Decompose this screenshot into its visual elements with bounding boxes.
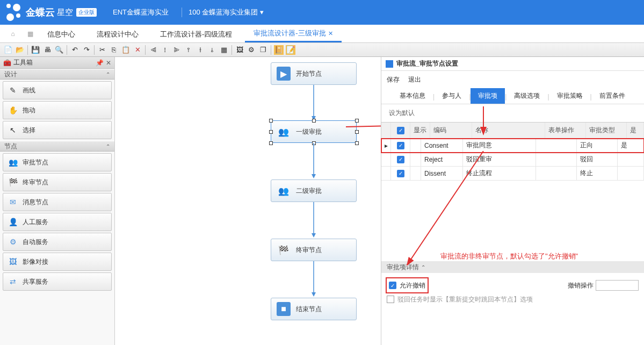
tool-label: 选择 — [23, 126, 35, 135]
settings-icon[interactable]: ⚙ — [247, 45, 256, 55]
row-checkbox[interactable]: ✓ — [391, 153, 410, 166]
align-right-icon[interactable]: ⫸ — [172, 45, 182, 55]
design-section-header[interactable]: 设计⌃ — [0, 69, 114, 80]
delete-icon[interactable]: ✕ — [133, 45, 142, 55]
edition-badge: 企业版 — [76, 8, 97, 17]
flow-node[interactable]: ■结束节点 — [271, 298, 357, 320]
align-middle-icon[interactable]: ⫲ — [196, 45, 205, 55]
row-indicator — [381, 153, 391, 166]
tool-item[interactable]: 👤人工服务 — [3, 213, 112, 231]
tool-item[interactable]: ↖选择 — [3, 121, 112, 139]
note-icon[interactable]: 📝 — [286, 45, 295, 55]
row-name: 驳回重审 — [463, 153, 536, 166]
row-checkbox[interactable]: ✓ — [391, 167, 410, 180]
table-row[interactable]: ▸✓Consent审批同意正向是 — [381, 139, 644, 153]
tool-item[interactable]: 🖼影像对接 — [3, 253, 112, 271]
print-icon[interactable]: 🖶 — [42, 45, 52, 55]
table-row[interactable]: ✓Dissent终止流程终止 — [381, 167, 644, 181]
flow-node[interactable]: ▶开始节点 — [271, 62, 357, 85]
align-bottom-icon[interactable]: ⫰ — [207, 45, 217, 55]
logo-icon — [5, 3, 21, 22]
grid-icon[interactable]: ▦ — [219, 45, 229, 55]
table-row[interactable]: ✓Reject驳回重审驳回 — [381, 153, 644, 167]
flow-node-icon: 👥 — [277, 125, 291, 139]
image-icon[interactable]: 🖼 — [235, 45, 244, 55]
main-tab[interactable]: 流程设计中心 — [88, 26, 147, 42]
row-last — [618, 167, 644, 180]
tool-item[interactable]: 👥审批节点 — [3, 153, 112, 171]
revoke-op-input[interactable] — [596, 280, 639, 291]
save-button[interactable]: 保存 — [387, 75, 400, 84]
approval-table: ✓ 显示 编码 名称 表单操作 审批类型 是 ▸✓Consent审批同意正向是✓… — [381, 122, 644, 181]
properties-tab[interactable]: 基本信息 — [392, 88, 433, 104]
tool-item[interactable]: ✎画线 — [3, 81, 112, 99]
tab-close-icon[interactable]: ✕ — [328, 30, 333, 37]
reject-option-checkbox[interactable] — [387, 296, 394, 303]
row-checkbox[interactable]: ✓ — [391, 139, 410, 152]
main-tab[interactable]: 审批流设计器-三级审批✕ — [245, 25, 341, 42]
preview-icon[interactable]: 🔍 — [54, 45, 64, 55]
main-area: 🧰 工具箱 📌 ✕ 设计⌃ ✎画线✋拖动↖选择 节点⌃ 👥审批节点🏁终审节点✉消… — [0, 57, 644, 345]
tool-icon: ⚙ — [8, 236, 18, 247]
cut-icon[interactable]: ✂ — [97, 45, 107, 55]
properties-tab[interactable]: 参与人 — [435, 88, 469, 104]
col-show[interactable]: ✓ — [391, 123, 410, 138]
book-icon[interactable]: 📔 — [274, 45, 284, 55]
properties-tab[interactable]: 审批项 — [471, 88, 505, 104]
detail-header: 审批项详情⌃ — [381, 261, 644, 273]
main-tab[interactable]: 工作流设计器-四级流程 — [151, 26, 241, 42]
toolbar: 📄 📂 💾 🖶 🔍 ↶ ↷ ✂ ⎘ 📋 ✕ ⫷ ⫶ ⫸ ⫯ ⫲ ⫰ ▦ 🖼 ⚙ … — [0, 43, 644, 57]
flow-node[interactable]: 👥二级审批 — [271, 179, 357, 202]
tool-item[interactable]: ⇄共享服务 — [3, 272, 112, 291]
align-left-icon[interactable]: ⫷ — [148, 45, 158, 55]
row-code: Dissent — [421, 167, 463, 180]
apps-icon[interactable]: ▦ — [24, 27, 37, 40]
flow-node-icon: ■ — [277, 302, 291, 316]
tool-icon: ↖ — [8, 125, 18, 135]
paste-icon[interactable]: 📋 — [121, 45, 131, 55]
nodes-section-header[interactable]: 节点⌃ — [0, 141, 114, 152]
flow-node-icon: ▶ — [277, 67, 291, 81]
org-name: ENT金蝶蓝海实业 — [113, 8, 169, 17]
flow-node-label: 终审节点 — [296, 246, 322, 255]
redo-icon[interactable]: ↷ — [82, 45, 91, 55]
tool-item[interactable]: ⚙自动服务 — [3, 233, 112, 251]
flow-node-icon: 👥 — [277, 184, 291, 198]
row-indicator — [381, 167, 391, 180]
undo-icon[interactable]: ↶ — [70, 45, 79, 55]
home-icon[interactable]: ⌂ — [6, 27, 19, 40]
panel-actions: 保存 退出 — [381, 71, 644, 88]
main-tab[interactable]: 信息中心 — [39, 26, 84, 42]
pin-icon[interactable]: 📌 — [96, 59, 104, 67]
flow-node[interactable]: 👥一级审批 — [271, 120, 357, 143]
tool-label: 终审节点 — [23, 178, 48, 187]
exit-button[interactable]: 退出 — [408, 75, 421, 84]
new-icon[interactable]: 📄 — [3, 45, 13, 55]
flow-node[interactable]: 🏁终审节点 — [271, 239, 357, 261]
toolbox-header: 🧰 工具箱 📌 ✕ — [0, 57, 114, 69]
panel-title-icon — [386, 60, 393, 68]
tool-item[interactable]: 🏁终审节点 — [3, 173, 112, 191]
tool-item[interactable]: ✋拖动 — [3, 101, 112, 119]
properties-tab[interactable]: 高级选项 — [506, 88, 547, 104]
annotation-text: 审批流的非终审节点，默认勾选了"允许撤销" — [440, 251, 578, 261]
align-center-icon[interactable]: ⫶ — [160, 45, 170, 55]
tool-icon: 🏁 — [8, 177, 18, 188]
reject-option-label: 驳回任务时显示【重新提交时跳回本节点】选项 — [397, 295, 533, 304]
tool-label: 消息节点 — [23, 198, 48, 207]
open-icon[interactable]: 📂 — [15, 45, 25, 55]
tool-item[interactable]: ✉消息节点 — [3, 193, 112, 211]
layers-icon[interactable]: ❐ — [258, 45, 268, 55]
copy-icon[interactable]: ⎘ — [109, 45, 119, 55]
save-icon[interactable]: 💾 — [31, 45, 40, 55]
panel-title-bar: 审批流_审批节点设置 — [381, 57, 644, 71]
row-form — [536, 153, 577, 166]
set-default-label[interactable]: 设为默认 — [381, 104, 644, 122]
properties-tab[interactable]: 审批策略 — [549, 88, 590, 104]
allow-revoke-checkbox[interactable]: ✓ — [389, 282, 396, 289]
toolbox-title: 工具箱 — [13, 58, 33, 67]
close-panel-icon[interactable]: ✕ — [106, 59, 111, 67]
align-top-icon[interactable]: ⫯ — [184, 45, 193, 55]
org-selector[interactable]: 100 金蝶蓝海实业集团 ▾ — [189, 8, 264, 17]
properties-tab[interactable]: 前置条件 — [592, 88, 633, 104]
